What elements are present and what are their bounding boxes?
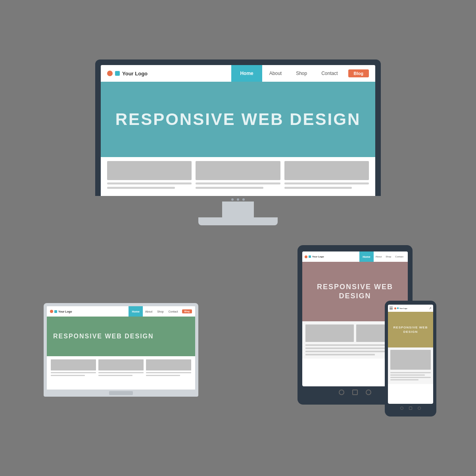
desktop-stand-base	[198, 217, 278, 225]
desktop-nav-about[interactable]: About	[262, 65, 289, 82]
tablet-home-btn[interactable]	[352, 390, 358, 395]
desktop-content	[101, 157, 375, 196]
desktop-stand-dots	[95, 196, 381, 202]
phone-bottom-bar	[388, 404, 433, 413]
laptop-col-3	[146, 359, 191, 386]
laptop-bottom-bar	[44, 390, 198, 397]
desktop-stand-neck	[222, 202, 254, 217]
phone-hero-text: RESPONSIVE WEB DESIGN	[390, 325, 431, 334]
desktop-col-3	[284, 161, 369, 192]
tablet-logo-square	[309, 255, 311, 258]
hamburger-icon[interactable]	[390, 307, 393, 310]
tablet-navbar: Your Logo Home About Shop Contact	[302, 251, 408, 262]
laptop-device: Your Logo Home About Shop Contact Blog R…	[44, 303, 198, 397]
phone-logo: Your Logo	[394, 307, 429, 309]
hamburger-line-1	[390, 307, 393, 307]
laptop-content	[47, 356, 195, 390]
laptop-img-3	[146, 359, 191, 370]
laptop-trackpad	[109, 391, 133, 395]
laptop-navbar: Your Logo Home About Shop Contact Blog	[47, 306, 195, 317]
phone-share-icon[interactable]: ↗	[429, 307, 432, 310]
laptop-col-1	[51, 359, 96, 386]
laptop-col-2	[98, 359, 144, 386]
tablet-hero-text: RESPONSIVE WEB DESIGN	[306, 282, 404, 301]
tablet-nav-about[interactable]: About	[374, 255, 384, 258]
tablet-text-line-4	[305, 354, 375, 355]
tablet-nav-shop[interactable]: Shop	[384, 255, 393, 258]
phone-logo-text: Your Logo	[399, 307, 407, 309]
laptop-img-1	[51, 359, 96, 370]
tablet-logo-text: Your Logo	[312, 255, 324, 258]
phone-bezel: Your Logo ↗ RESPONSIVE WEB DESIGN	[385, 301, 436, 416]
desktop-col-1	[107, 161, 192, 192]
tablet-recent-btn[interactable]	[366, 390, 371, 395]
desktop-hero: RESPONSIVE WEB DESIGN	[101, 82, 375, 157]
tablet-img-1	[305, 324, 354, 342]
desktop-nav-home[interactable]: Home	[231, 65, 262, 82]
laptop-nav-contact[interactable]: Contact	[166, 310, 180, 313]
desktop-navbar: Your Logo Home About Shop Contact Blog	[101, 65, 375, 82]
phone-img	[390, 350, 431, 370]
phone-back-btn[interactable]	[400, 407, 403, 410]
desktop-logo: Your Logo	[107, 71, 148, 77]
phone-navbar: Your Logo ↗	[388, 305, 433, 312]
phone-screen: Your Logo ↗ RESPONSIVE WEB DESIGN	[388, 305, 433, 404]
phone-logo-square	[397, 307, 399, 309]
laptop-img-2	[98, 359, 144, 370]
desktop-dot-2	[237, 198, 239, 201]
phone-logo-circle	[394, 307, 396, 309]
phone-recent-btn[interactable]	[418, 407, 421, 410]
tablet-back-btn[interactable]	[339, 390, 344, 395]
laptop-nav-shop[interactable]: Shop	[155, 310, 166, 313]
phone-hero: RESPONSIVE WEB DESIGN	[388, 312, 433, 347]
laptop-line-3a	[146, 372, 191, 373]
desktop-nav-shop[interactable]: Shop	[289, 65, 314, 82]
scene: Your Logo Home About Shop Contact Blog R…	[40, 60, 436, 416]
laptop-nav-home[interactable]: Home	[129, 306, 142, 317]
tablet-nav-contact[interactable]: Contact	[393, 255, 405, 258]
phone-line-2	[390, 374, 425, 376]
laptop-hero-text: RESPONSIVE WEB DESIGN	[53, 333, 154, 340]
desktop-img-3	[284, 161, 369, 180]
desktop-nav-contact[interactable]: Contact	[314, 65, 345, 82]
desktop-hero-text: RESPONSIVE WEB DESIGN	[115, 110, 361, 129]
desktop-line-3b	[284, 187, 352, 189]
laptop-logo-circle	[50, 310, 53, 313]
tablet-logo: Your Logo	[305, 255, 324, 258]
desktop-bezel: Your Logo Home About Shop Contact Blog R…	[95, 60, 381, 196]
laptop-hero: RESPONSIVE WEB DESIGN	[47, 317, 195, 356]
desktop-img-2	[196, 161, 280, 180]
tablet-nav-home[interactable]: Home	[359, 251, 373, 262]
laptop-bezel: Your Logo Home About Shop Contact Blog R…	[44, 303, 198, 390]
laptop-line-2a	[98, 372, 144, 373]
desktop-img-1	[107, 161, 192, 180]
laptop-line-2b	[98, 375, 132, 376]
desktop-line-1b	[107, 187, 175, 189]
desktop-nav-items: Home About Shop Contact Blog	[231, 65, 369, 82]
desktop-screen: Your Logo Home About Shop Contact Blog R…	[101, 65, 375, 196]
desktop-device: Your Logo Home About Shop Contact Blog R…	[95, 60, 381, 225]
desktop-nav-blog[interactable]: Blog	[348, 69, 369, 77]
laptop-nav-blog[interactable]: Blog	[182, 309, 192, 313]
laptop-logo-text: Your Logo	[58, 310, 72, 313]
laptop-line-3b	[146, 375, 180, 376]
phone-content	[388, 347, 433, 384]
phone-line-3	[390, 377, 431, 378]
desktop-line-2a	[196, 182, 280, 184]
laptop-screen: Your Logo Home About Shop Contact Blog R…	[47, 306, 195, 390]
laptop-line-1b	[51, 375, 85, 376]
hamburger-line-3	[390, 309, 393, 310]
desktop-line-3a	[284, 182, 369, 184]
laptop-logo: Your Logo	[50, 310, 72, 313]
laptop-nav-about[interactable]: About	[143, 310, 155, 313]
phone-line-4	[390, 379, 418, 380]
phone-home-btn[interactable]	[409, 407, 412, 410]
desktop-col-2	[196, 161, 280, 192]
logo-circle-icon	[107, 71, 113, 76]
tablet-text-line-2	[305, 347, 390, 349]
phone-device: Your Logo ↗ RESPONSIVE WEB DESIGN	[385, 301, 436, 416]
desktop-logo-text: Your Logo	[122, 71, 148, 77]
laptop-logo-square	[54, 310, 57, 313]
desktop-line-1a	[107, 182, 192, 184]
desktop-dot-1	[231, 198, 234, 201]
